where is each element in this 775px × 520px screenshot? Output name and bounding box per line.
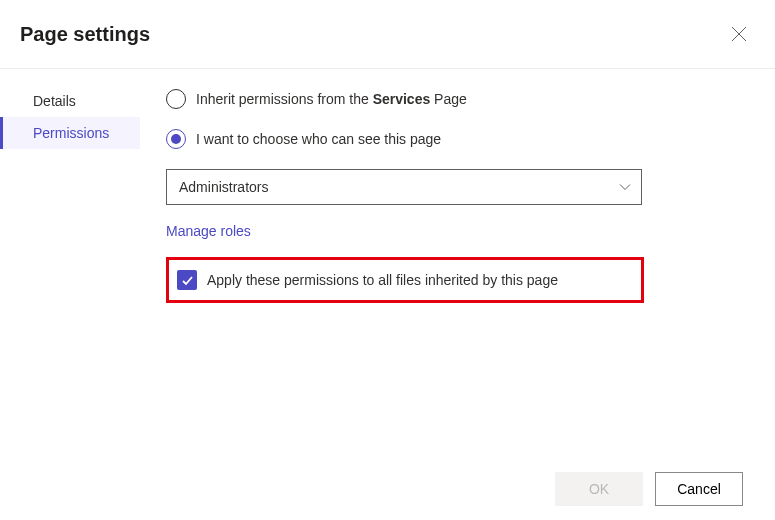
radio-label: I want to choose who can see this page <box>196 131 441 147</box>
radio-inherit[interactable]: Inherit permissions from the Services Pa… <box>166 89 735 109</box>
ok-button[interactable]: OK <box>555 472 643 506</box>
radio-choose[interactable]: I want to choose who can see this page <box>166 129 735 149</box>
page-title: Page settings <box>20 23 150 46</box>
dialog-footer: OK Cancel <box>0 458 775 520</box>
dialog-header: Page settings <box>0 0 775 69</box>
manage-roles-link[interactable]: Manage roles <box>166 223 251 239</box>
sidebar: Details Permissions <box>0 69 140 466</box>
radio-icon <box>166 129 186 149</box>
apply-permissions-checkbox[interactable] <box>177 270 197 290</box>
radio-icon <box>166 89 186 109</box>
dialog-body: Details Permissions Inherit permissions … <box>0 69 775 466</box>
content-pane: Inherit permissions from the Services Pa… <box>140 69 775 466</box>
checkmark-icon <box>181 274 194 287</box>
cancel-button[interactable]: Cancel <box>655 472 743 506</box>
apply-permissions-highlight: Apply these permissions to all files inh… <box>166 257 644 303</box>
chevron-down-icon <box>619 181 631 193</box>
sidebar-item-permissions[interactable]: Permissions <box>0 117 140 149</box>
dropdown-value: Administrators <box>179 179 268 195</box>
close-button[interactable] <box>723 18 755 50</box>
radio-label: Inherit permissions from the Services Pa… <box>196 91 467 107</box>
sidebar-item-label: Details <box>33 93 76 109</box>
sidebar-item-label: Permissions <box>33 125 109 141</box>
roles-dropdown[interactable]: Administrators <box>166 169 642 205</box>
radio-dot-icon <box>171 134 181 144</box>
sidebar-item-details[interactable]: Details <box>0 85 140 117</box>
checkbox-label: Apply these permissions to all files inh… <box>207 272 558 288</box>
close-icon <box>732 27 746 41</box>
